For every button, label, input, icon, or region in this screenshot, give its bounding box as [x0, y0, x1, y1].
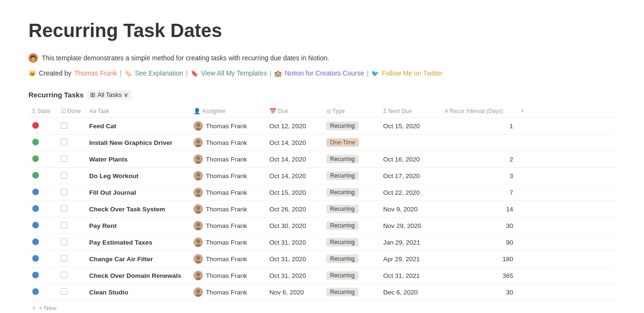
done-cell[interactable]	[57, 218, 85, 234]
assignee-cell: Thomas Frank	[190, 168, 266, 184]
done-checkbox[interactable]	[61, 255, 67, 262]
done-checkbox[interactable]	[61, 222, 67, 228]
type-badge: Recurring	[326, 221, 359, 230]
due-cell: Oct 14, 2020	[266, 168, 322, 184]
interval-cell: 30	[441, 284, 517, 301]
assignee-name: Thomas Frank	[206, 206, 247, 213]
done-checkbox[interactable]	[61, 205, 67, 212]
avatar	[193, 254, 203, 264]
done-cell[interactable]	[57, 134, 85, 151]
type-cell: Recurring	[322, 267, 379, 284]
th-type: ◎ Type	[322, 105, 379, 118]
avatar	[193, 171, 203, 180]
done-checkbox[interactable]	[61, 139, 67, 145]
table-row: Do Leg Workout Thomas Frank Oct 14, 2020…	[28, 168, 616, 184]
due-cell: Oct 15, 2020	[266, 184, 322, 201]
done-checkbox[interactable]	[61, 272, 67, 278]
task-cell: Clean Studio	[85, 284, 190, 301]
task-cell: Water Plants	[85, 151, 190, 168]
next-due-date: Apr 29, 2021	[383, 256, 420, 263]
interval-cell: 14	[441, 201, 517, 218]
svg-point-7	[196, 156, 200, 160]
nextdue-cell	[379, 134, 441, 151]
task-name: Install New Graphics Driver	[89, 139, 173, 146]
svg-point-10	[196, 173, 200, 177]
task-name: Pay Rent	[89, 222, 117, 229]
done-cell[interactable]	[57, 234, 85, 251]
thomas-frank-link[interactable]: Thomas Frank	[74, 69, 117, 77]
state-cell	[28, 218, 57, 234]
row-extra	[517, 151, 616, 168]
svg-point-13	[196, 190, 200, 193]
th-task: Aa Task	[85, 105, 190, 118]
done-cell[interactable]	[57, 118, 85, 134]
th-interval: # Recur Interval (Days)	[441, 105, 517, 118]
assignee-cell: Thomas Frank	[190, 201, 266, 218]
done-cell[interactable]	[57, 151, 85, 168]
notion-course-link[interactable]: Notion for Creators Course	[285, 69, 364, 77]
table-row: Check Over Domain Renewals Thomas Frank …	[28, 267, 616, 284]
th-due: 📅 Due	[266, 105, 322, 118]
row-extra	[517, 118, 616, 134]
new-row-button[interactable]: + + New	[28, 301, 616, 313]
sep4: |	[367, 69, 369, 77]
view-all-templates-link[interactable]: View All My Templates	[201, 69, 267, 77]
interval-value: 30	[506, 289, 513, 296]
done-cell[interactable]	[57, 184, 85, 201]
task-cell: Feed Cat	[85, 118, 190, 134]
done-cell[interactable]	[57, 251, 85, 267]
due-cell: Oct 12, 2020	[266, 118, 322, 134]
state-dot	[32, 205, 39, 212]
task-cell: Do Leg Workout	[85, 168, 190, 184]
row-extra	[517, 218, 616, 234]
section-title: Recurring Tasks	[28, 91, 83, 99]
svg-point-22	[196, 239, 200, 243]
type-cell: Recurring	[322, 184, 379, 201]
state-cell	[28, 118, 57, 134]
done-cell[interactable]	[57, 284, 85, 301]
see-explanation-link[interactable]: See Explanation	[135, 69, 183, 77]
done-checkbox[interactable]	[61, 172, 67, 179]
due-cell: Oct 31, 2020	[266, 251, 322, 267]
interval-cell	[441, 134, 517, 151]
due-cell: Oct 26, 2020	[266, 201, 322, 218]
done-checkbox[interactable]	[61, 288, 67, 295]
done-cell[interactable]	[57, 168, 85, 184]
th-state: Σ State	[28, 105, 57, 118]
assignee-cell: Thomas Frank	[190, 218, 266, 234]
sigma-icon-next: Σ	[383, 108, 386, 114]
done-checkbox[interactable]	[61, 238, 67, 245]
task-name: Do Leg Workout	[89, 172, 138, 180]
interval-cell: 7	[441, 184, 517, 201]
done-cell[interactable]	[57, 267, 85, 284]
twitter-link[interactable]: Follow Me on Twitter	[382, 69, 442, 77]
task-cell: Check Over Domain Renewals	[85, 267, 190, 284]
done-checkbox[interactable]	[61, 155, 67, 162]
state-dot	[32, 122, 39, 129]
add-column-button[interactable]: +	[517, 105, 616, 118]
type-cell: Recurring	[322, 151, 379, 168]
avatar	[193, 287, 203, 297]
interval-value: 7	[509, 189, 513, 196]
assignee-name: Thomas Frank	[206, 272, 247, 279]
due-cell: Oct 31, 2020	[266, 234, 322, 251]
assignee-name: Thomas Frank	[206, 222, 247, 229]
avatar	[193, 121, 203, 131]
interval-cell: 1	[441, 118, 517, 134]
done-cell[interactable]	[57, 201, 85, 218]
avatar	[193, 204, 203, 214]
sep1: |	[120, 69, 122, 77]
interval-cell: 3	[441, 168, 517, 184]
nextdue-cell: Oct 22, 2020	[379, 184, 441, 201]
svg-point-25	[196, 256, 200, 260]
assignee-name: Thomas Frank	[206, 189, 247, 196]
done-checkbox[interactable]	[61, 122, 67, 129]
due-date: Nov 6, 2020	[269, 289, 304, 296]
svg-point-1	[196, 123, 200, 127]
next-due-date: Dec 6, 2020	[383, 289, 418, 296]
due-date: Oct 31, 2020	[269, 272, 306, 279]
assignee-name: Thomas Frank	[206, 156, 247, 163]
assignee-name: Thomas Frank	[206, 289, 247, 296]
done-checkbox[interactable]	[61, 189, 67, 195]
view-selector[interactable]: ⊞ All Tasks ∨	[87, 90, 131, 99]
